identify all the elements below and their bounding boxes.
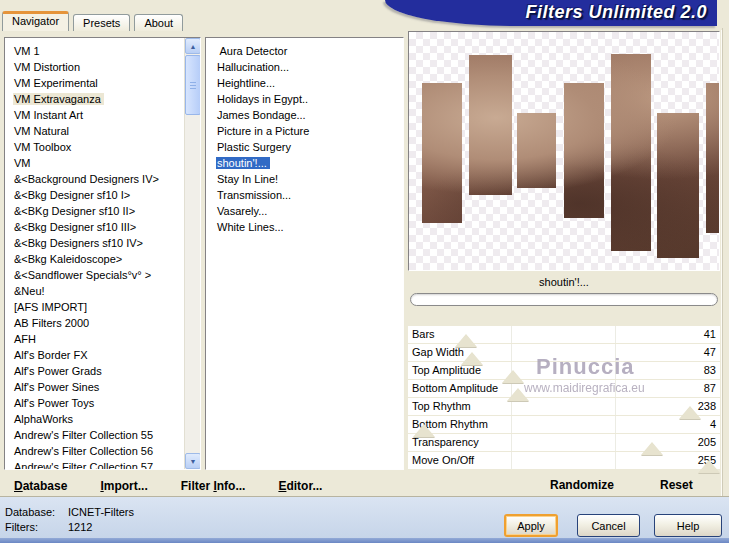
list-item[interactable]: &<Background Designers IV>: [13, 171, 200, 187]
list-item-label: &<BKg Designer sf10 II>: [13, 205, 138, 217]
list-item-label: White Lines...: [216, 221, 287, 233]
list-item[interactable]: Vasarely...: [216, 203, 403, 219]
slider-value: 87: [704, 382, 716, 394]
list-item[interactable]: Alf's Border FX: [13, 347, 200, 363]
list-item[interactable]: Hallucination...: [216, 59, 403, 75]
list-item[interactable]: &Neu!: [13, 283, 200, 299]
slider-thumb[interactable]: [413, 424, 435, 437]
list-item[interactable]: AlphaWorks: [13, 411, 200, 427]
list-item[interactable]: VM Extravaganza: [13, 91, 200, 107]
slider-value: 4: [710, 418, 716, 430]
menu-editor[interactable]: Editor...: [278, 479, 322, 493]
list-item[interactable]: &<BKg Designer sf10 II>: [13, 203, 200, 219]
slider-thumb[interactable]: [461, 352, 483, 365]
window-frame-bottom: [0, 538, 729, 543]
tab-strip: NavigatorPresetsAbout: [2, 10, 183, 31]
status-filters-label: Filters:: [5, 521, 38, 533]
menu-filter-info[interactable]: Filter Info...: [181, 479, 246, 493]
list-item[interactable]: Holidays in Egypt..: [216, 91, 403, 107]
list-item-label: AFH: [13, 333, 39, 345]
list-item[interactable]: VM Instant Art: [13, 107, 200, 123]
list-item[interactable]: Alf's Power Toys: [13, 395, 200, 411]
status-database-label: Database:: [5, 506, 55, 518]
list-item-label: James Bondage...: [216, 109, 309, 121]
reset-button[interactable]: Reset: [660, 478, 693, 492]
slider-transparency[interactable]: Transparency205: [408, 434, 720, 451]
slider-thumb[interactable]: [502, 370, 524, 383]
scroll-up-icon[interactable]: ▲: [185, 38, 201, 54]
slider-label: Transparency: [412, 436, 479, 448]
list-item[interactable]: &<Bkg Designer sf10 III>: [13, 219, 200, 235]
list-item[interactable]: Plastic Surgery: [216, 139, 403, 155]
tab-navigator[interactable]: Navigator: [2, 11, 69, 31]
list-item[interactable]: Stay In Line!: [216, 171, 403, 187]
slider-stack: Bars41Gap Width47Top Amplitude83Bottom A…: [408, 326, 720, 470]
list-item[interactable]: VM Experimental: [13, 75, 200, 91]
list-item-label: &<Bkg Kaleidoscope>: [13, 253, 125, 265]
list-item[interactable]: Transmission...: [216, 187, 403, 203]
randomize-button[interactable]: Randomize: [550, 478, 614, 492]
list-item[interactable]: AB Filters 2000: [13, 315, 200, 331]
slider-thumb[interactable]: [641, 442, 663, 455]
menu-import[interactable]: Import...: [100, 479, 147, 493]
preview-image-bar: [469, 55, 512, 195]
slider-label: Bottom Amplitude: [412, 382, 498, 394]
filter-control-panel: shoutin'!... Bars41Gap Width47Top Amplit…: [406, 30, 722, 497]
list-item[interactable]: Alf's Power Grads: [13, 363, 200, 379]
category-listbox[interactable]: VM 1VM DistortionVM ExperimentalVM Extra…: [4, 37, 201, 470]
list-item[interactable]: Alf's Power Sines: [13, 379, 200, 395]
list-item[interactable]: James Bondage...: [216, 107, 403, 123]
help-button[interactable]: Help: [654, 514, 722, 537]
slider-move-on-off[interactable]: Move On/Off255: [408, 452, 720, 469]
list-item[interactable]: VM 1: [13, 43, 200, 59]
scroll-down-icon[interactable]: ▼: [185, 453, 201, 469]
list-item-label: shoutin'!...: [216, 157, 270, 169]
menu-database[interactable]: Database: [14, 479, 67, 493]
list-item-label: Heightline...: [216, 77, 278, 89]
cancel-button[interactable]: Cancel: [577, 514, 640, 537]
list-item-label: [AFS IMPORT]: [13, 301, 90, 313]
list-item[interactable]: Heightline...: [216, 75, 403, 91]
list-item[interactable]: VM: [13, 155, 200, 171]
slider-value: 83: [704, 364, 716, 376]
slider-thumb[interactable]: [698, 460, 720, 473]
list-item[interactable]: VM Distortion: [13, 59, 200, 75]
list-item-label: VM Experimental: [13, 77, 101, 89]
preview-image-bar: [706, 83, 719, 233]
list-item[interactable]: &<Bkg Designers sf10 IV>: [13, 235, 200, 251]
apply-button[interactable]: Apply: [504, 514, 558, 537]
slider-thumb[interactable]: [455, 334, 477, 347]
progress-bar: [410, 293, 718, 306]
list-item-label: &<Background Designers IV>: [13, 173, 162, 185]
list-item[interactable]: shoutin'!...: [216, 155, 403, 171]
slider-thumb[interactable]: [679, 406, 701, 419]
list-item-label: Holidays in Egypt..: [216, 93, 311, 105]
tab-presets[interactable]: Presets: [73, 14, 130, 31]
list-item[interactable]: Picture in a Picture: [216, 123, 403, 139]
list-item[interactable]: AFH: [13, 331, 200, 347]
list-item[interactable]: VM Toolbox: [13, 139, 200, 155]
slider-thumb[interactable]: [507, 388, 529, 401]
list-item[interactable]: [AFS IMPORT]: [13, 299, 200, 315]
list-item[interactable]: Andrew's Filter Collection 56: [13, 443, 200, 459]
slider-bars[interactable]: Bars41: [408, 326, 720, 343]
list-item[interactable]: &<Sandflower Specials°v° >: [13, 267, 200, 283]
list-item[interactable]: Andrew's Filter Collection 55: [13, 427, 200, 443]
slider-bottom-rhythm[interactable]: Bottom Rhythm4: [408, 416, 720, 433]
filter-listbox[interactable]: Aura DetectorHallucination...Heightline.…: [205, 37, 404, 470]
scrollbar-thumb[interactable]: [185, 55, 201, 115]
watermark-name: Pinuccia: [536, 354, 634, 380]
category-scrollbar[interactable]: ▲ ▼: [184, 38, 200, 469]
list-item-label: AB Filters 2000: [13, 317, 92, 329]
list-item-label: VM: [13, 157, 34, 169]
list-item[interactable]: White Lines...: [216, 219, 403, 235]
tab-about[interactable]: About: [134, 14, 183, 31]
list-item-label: Alf's Power Sines: [13, 381, 102, 393]
list-item[interactable]: Andrew's Filter Collection 57: [13, 459, 200, 470]
list-item[interactable]: Aura Detector: [216, 43, 403, 59]
list-item[interactable]: &<Bkg Kaleidoscope>: [13, 251, 200, 267]
list-item-label: Plastic Surgery: [216, 141, 294, 153]
slider-top-rhythm[interactable]: Top Rhythm238: [408, 398, 720, 415]
list-item[interactable]: &<Bkg Designer sf10 I>: [13, 187, 200, 203]
list-item[interactable]: VM Natural: [13, 123, 200, 139]
